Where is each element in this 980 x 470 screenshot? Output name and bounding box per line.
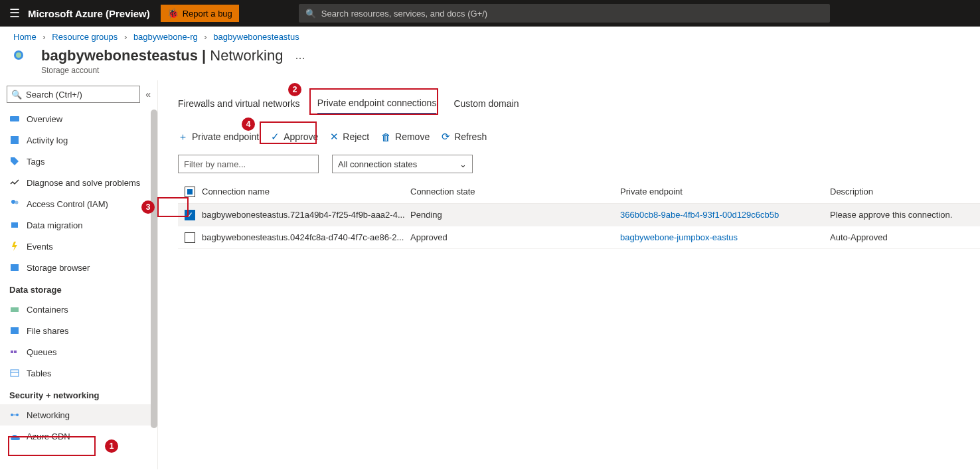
sidebar-nav-main: Overview Activity log Tags Diagnose and … xyxy=(0,108,157,278)
sidebar-item-events[interactable]: Events xyxy=(0,236,157,257)
svg-rect-9 xyxy=(11,351,13,353)
sidebar-item-label: Tags xyxy=(27,157,44,167)
annotation-badge-label: 3 xyxy=(146,202,151,212)
top-bar: ☰ Microsoft Azure (Preview) 🐞 Report a b… xyxy=(0,0,980,27)
sidebar-item-label: Queues xyxy=(27,347,57,357)
reject-button[interactable]: ✕ Reject xyxy=(330,128,369,145)
report-bug-label: Report a bug xyxy=(183,9,232,19)
search-placeholder: Search resources, services, and docs (G+… xyxy=(321,9,487,19)
connections-table: Connection name Connection state Private… xyxy=(178,180,980,249)
annotation-box-4 xyxy=(260,121,317,144)
sidebar-item-tags[interactable]: Tags xyxy=(0,151,157,172)
svg-point-4 xyxy=(11,200,15,204)
sidebar-item-diagnose[interactable]: Diagnose and solve problems xyxy=(0,172,157,193)
annotation-badge-label: 1 xyxy=(110,441,114,451)
select-all-checkbox[interactable] xyxy=(185,187,195,197)
sidebar: 🔍 Search (Ctrl+/) « Overview Activity lo… xyxy=(0,80,158,469)
page-header: bagbywebonesteastus | Networking Storage… xyxy=(0,44,980,80)
cell-name: bagbywebonesteastus.0424fc8a-d740-4f7c-a… xyxy=(202,232,410,242)
cell-endpoint-link[interactable]: 366b0cb8-9abe-4fb4-93f1-00d129c6cb5b xyxy=(620,210,830,220)
svg-point-1 xyxy=(16,52,21,58)
sidebar-item-activity[interactable]: Activity log xyxy=(0,129,157,151)
sidebar-scrollbar[interactable] xyxy=(151,110,157,428)
annotation-badge-3: 3 xyxy=(141,200,155,214)
crumb-sep: › xyxy=(204,32,206,42)
cell-state: Pending xyxy=(410,210,620,220)
brand-label: Microsoft Azure (Preview) xyxy=(28,8,150,19)
activity-log-icon xyxy=(9,135,20,145)
svg-rect-3 xyxy=(11,136,19,144)
cmd-label: Remove xyxy=(395,131,430,142)
sidebar-item-label: Overview xyxy=(27,114,62,124)
sidebar-item-migration[interactable]: Data migration xyxy=(0,214,157,236)
sidebar-item-queues[interactable]: Queues xyxy=(0,341,157,362)
sidebar-search-input[interactable]: 🔍 Search (Ctrl+/) xyxy=(7,86,140,103)
cell-state: Approved xyxy=(410,232,620,242)
crumb-sep: › xyxy=(42,32,45,42)
sidebar-item-overview[interactable]: Overview xyxy=(0,108,157,129)
remove-button[interactable]: 🗑 Remove xyxy=(381,128,430,145)
sidebar-item-label: Tables xyxy=(27,368,52,378)
migration-icon xyxy=(9,220,20,230)
sidebar-item-label: Events xyxy=(27,242,53,252)
tab-label: Custom domain xyxy=(453,98,519,109)
sidebar-item-label: Containers xyxy=(27,305,68,315)
tab-label: Firewalls and virtual networks xyxy=(178,98,300,109)
sidebar-item-networking[interactable]: Networking xyxy=(0,404,157,426)
crumb-resource[interactable]: bagbywebonesteastus xyxy=(213,32,299,42)
search-icon: 🔍 xyxy=(11,90,22,100)
svg-rect-11 xyxy=(11,370,19,376)
svg-point-13 xyxy=(11,414,13,416)
cmd-label: Reject xyxy=(343,131,369,142)
refresh-icon: ⟳ xyxy=(442,131,450,143)
table-row[interactable]: ✓ bagbywebonesteastus.721a49b4-7f25-4f9b… xyxy=(178,204,980,226)
sidebar-search-placeholder: Search (Ctrl+/) xyxy=(26,90,82,100)
files-icon xyxy=(9,325,20,336)
annotation-badge-4: 4 xyxy=(242,118,255,131)
breadcrumb: Home › Resource groups › bagbywebone-rg … xyxy=(0,27,980,44)
tab-firewalls[interactable]: Firewalls and virtual networks xyxy=(178,92,300,115)
sidebar-item-label: Storage browser xyxy=(27,263,90,273)
sidebar-item-files[interactable]: File shares xyxy=(0,320,157,341)
more-actions-button[interactable]: ··· xyxy=(295,51,305,65)
sidebar-item-tables[interactable]: Tables xyxy=(0,362,157,384)
refresh-button[interactable]: ⟳ Refresh xyxy=(442,128,487,145)
svg-rect-10 xyxy=(14,351,17,353)
bug-icon: 🐞 xyxy=(167,8,179,19)
tab-custom-domain[interactable]: Custom domain xyxy=(453,92,519,115)
cell-endpoint-link[interactable]: bagbywebone-jumpbox-eastus xyxy=(620,232,830,242)
col-header-state[interactable]: Connection state xyxy=(410,187,620,196)
report-bug-button[interactable]: 🐞 Report a bug xyxy=(161,5,239,22)
crumb-rg[interactable]: Resource groups xyxy=(52,32,118,42)
sidebar-item-label: Diagnose and solve problems xyxy=(27,178,140,188)
col-header-endpoint[interactable]: Private endpoint xyxy=(620,187,830,196)
queues-icon xyxy=(9,347,20,357)
sidebar-item-label: Networking xyxy=(27,410,70,420)
crumb-rgname[interactable]: bagbywebone-rg xyxy=(133,32,198,42)
col-header-name[interactable]: Connection name xyxy=(202,187,410,196)
sidebar-item-storage-browser[interactable]: Storage browser xyxy=(0,257,157,278)
sidebar-section-net: Security + networking xyxy=(0,384,157,404)
col-header-desc[interactable]: Description xyxy=(830,187,980,196)
annotation-badge-2: 2 xyxy=(288,83,301,96)
crumb-home[interactable]: Home xyxy=(13,32,37,42)
global-search-input[interactable]: 🔍 Search resources, services, and docs (… xyxy=(299,4,830,23)
sidebar-item-iam[interactable]: Access Control (IAM) xyxy=(0,193,157,214)
annotation-box-3 xyxy=(157,197,189,217)
table-row[interactable]: bagbywebonesteastus.0424fc8a-d740-4f7c-a… xyxy=(178,226,980,249)
networking-icon xyxy=(9,410,20,420)
filter-state-select[interactable]: All connection states ⌄ xyxy=(332,155,473,173)
table-header-row: Connection name Connection state Private… xyxy=(178,180,980,204)
sidebar-item-containers[interactable]: Containers xyxy=(0,299,157,320)
row-checkbox[interactable] xyxy=(185,232,195,243)
svg-rect-2 xyxy=(10,116,19,121)
filter-placeholder: Filter by name... xyxy=(184,159,246,169)
filter-name-input[interactable]: Filter by name... xyxy=(178,155,319,173)
sidebar-collapse-icon[interactable]: « xyxy=(145,89,151,100)
sidebar-item-label: Access Control (IAM) xyxy=(27,199,108,209)
annotation-badge-label: 4 xyxy=(246,119,251,129)
svg-rect-6 xyxy=(11,264,19,271)
storage-account-icon xyxy=(13,50,33,70)
chevron-down-icon: ⌄ xyxy=(459,159,467,169)
hamburger-icon[interactable]: ☰ xyxy=(5,6,24,21)
